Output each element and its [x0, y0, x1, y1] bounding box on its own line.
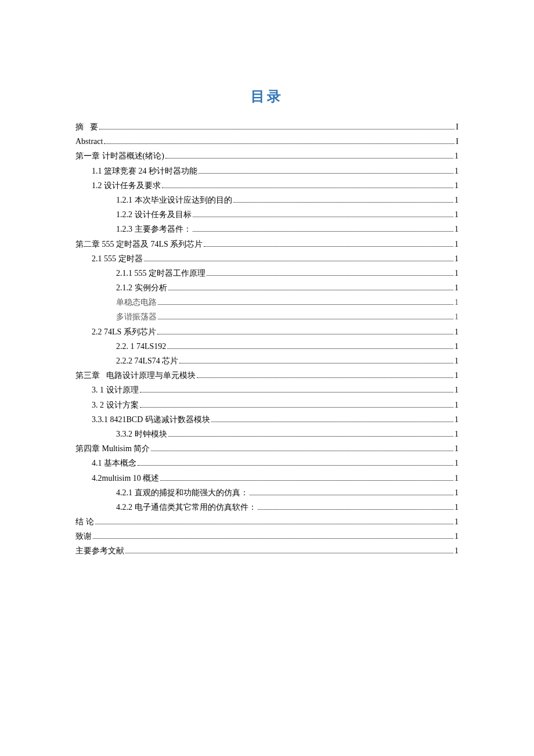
- toc-entry-label: 致谢: [75, 529, 92, 543]
- toc-entry-page: 1: [454, 178, 459, 193]
- toc-leader-dots: [258, 506, 454, 510]
- toc-entry: 1.2.2 设计任务及目标1: [75, 207, 459, 222]
- toc-entry: 1.2.3 主要参考器件：1: [75, 222, 459, 236]
- toc-entry: 4.2.1 直观的捕捉和功能强大的仿真：1: [75, 485, 459, 500]
- toc-entry-label: 结 论: [75, 514, 94, 529]
- toc-entry-page: 1: [454, 295, 459, 309]
- toc-entry-page: 1: [454, 543, 459, 558]
- toc-entry-label: 1.2.2 设计任务及目标: [116, 207, 192, 222]
- toc-entry-label: 4.2.2 电子通信类其它常用的仿真软件：: [116, 500, 257, 514]
- toc-entry-label: 3. 2 设计方案: [92, 398, 139, 412]
- toc-entry-label: 2.1 555 定时器: [92, 251, 143, 266]
- toc-leader-dots: [168, 433, 454, 437]
- toc-leader-dots: [151, 447, 453, 451]
- toc-leader-dots: [211, 417, 453, 422]
- toc-entry: 2.1.1 555 定时器工作原理1: [75, 266, 459, 280]
- toc-title: 目录: [75, 87, 459, 106]
- toc-leader-dots: [99, 125, 455, 129]
- toc-leader-dots: [233, 199, 454, 203]
- toc-entry-page: 1: [454, 149, 459, 163]
- toc-entry: 3. 1 设计原理1: [75, 383, 459, 397]
- toc-entry-page: 1: [454, 427, 459, 441]
- toc-leader-dots: [158, 315, 453, 319]
- toc-leader-dots: [204, 242, 453, 246]
- toc-entry-label: 第三章 电路设计原理与单元模块: [75, 368, 196, 383]
- toc-entry: 致谢1: [75, 529, 459, 543]
- toc-entry: 第四章 Multisim 简介1: [75, 441, 459, 456]
- toc-leader-dots: [207, 272, 453, 276]
- toc-leader-dots: [158, 301, 453, 305]
- toc-entry-label: 4.2.1 直观的捕捉和功能强大的仿真：: [116, 485, 248, 500]
- toc-entry-page: 1: [454, 398, 459, 412]
- toc-entry-page: 1: [454, 251, 459, 266]
- toc-leader-dots: [140, 388, 454, 393]
- toc-entry-label: 单稳态电路: [116, 295, 157, 309]
- toc-entry-label: 3.3.2 时钟模块: [116, 427, 167, 441]
- toc-entry-label: 4.1 基本概念: [92, 456, 136, 470]
- toc-entry: 3.3.2 时钟模块1: [75, 427, 459, 441]
- toc-entry: 多谐振荡器1: [75, 309, 459, 324]
- toc-entry-label: 多谐振荡器: [116, 309, 157, 324]
- toc-leader-dots: [140, 403, 454, 407]
- toc-entry-label: 3.3.1 8421BCD 码递减计数器模块: [92, 412, 210, 427]
- toc-leader-dots: [165, 154, 453, 159]
- toc-entry-page: 1: [454, 164, 459, 178]
- toc-entry: 1.2.1 本次毕业设计应达到的目的1: [75, 193, 459, 207]
- toc-entry-label: 2.1.2 实例分析: [116, 280, 167, 295]
- toc-leader-dots: [162, 183, 453, 188]
- toc-entry-page: 1: [454, 193, 459, 207]
- toc-entry: 1.1 篮球竞赛 24 秒计时器功能1: [75, 164, 459, 178]
- toc-leader-dots: [160, 476, 453, 480]
- toc-entry: 2.2 74LS 系列芯片1: [75, 325, 459, 339]
- toc-entry-page: 1: [454, 471, 459, 485]
- toc-leader-dots: [95, 520, 454, 524]
- toc-list: 摘 要IAbstractI第一章 计时器概述(绪论)11.1 篮球竞赛 24 秒…: [75, 120, 459, 559]
- toc-leader-dots: [250, 491, 454, 495]
- toc-entry-label: 第一章 计时器概述(绪论): [75, 149, 164, 163]
- toc-leader-dots: [193, 213, 454, 217]
- toc-entry: 摘 要I: [75, 120, 459, 134]
- toc-entry-page: 1: [454, 456, 459, 470]
- toc-leader-dots: [179, 359, 453, 363]
- toc-entry-page: I: [456, 134, 459, 149]
- toc-leader-dots: [197, 374, 454, 378]
- toc-leader-dots: [193, 228, 454, 232]
- toc-leader-dots: [199, 169, 453, 173]
- toc-entry-label: 2.1.1 555 定时器工作原理: [116, 266, 205, 280]
- toc-entry-page: 1: [454, 237, 459, 251]
- toc-entry-page: 1: [454, 441, 459, 456]
- toc-entry-label: 4.2multisim 10 概述: [92, 471, 159, 485]
- toc-entry-label: 3. 1 设计原理: [92, 383, 139, 397]
- toc-entry-page: 1: [454, 266, 459, 280]
- toc-leader-dots: [125, 549, 453, 553]
- toc-entry-page: I: [456, 120, 459, 134]
- toc-entry-label: 第二章 555 定时器及 74LS 系列芯片: [75, 237, 203, 251]
- toc-leader-dots: [167, 345, 453, 349]
- toc-entry-page: 1: [454, 354, 459, 368]
- toc-entry-label: 第四章 Multisim 简介: [75, 441, 150, 456]
- toc-entry-page: 1: [454, 222, 459, 236]
- toc-entry-label: 摘 要: [75, 120, 98, 134]
- toc-entry: AbstractI: [75, 134, 459, 149]
- toc-leader-dots: [168, 286, 454, 290]
- toc-entry: 3.3.1 8421BCD 码递减计数器模块1: [75, 412, 459, 427]
- toc-entry-label: Abstract: [75, 134, 103, 149]
- toc-entry: 2.1.2 实例分析1: [75, 280, 459, 295]
- toc-entry-page: 1: [454, 514, 459, 529]
- toc-entry-page: 1: [454, 280, 459, 295]
- toc-entry-page: 1: [454, 500, 459, 514]
- toc-entry-page: 1: [454, 412, 459, 427]
- toc-entry: 主要参考文献1: [75, 543, 459, 558]
- toc-entry-page: 1: [454, 529, 459, 543]
- toc-entry-label: 主要参考文献: [75, 543, 124, 558]
- toc-entry-label: 2.2. 1 74LS192: [116, 339, 166, 354]
- toc-entry: 4.2.2 电子通信类其它常用的仿真软件：1: [75, 500, 459, 514]
- toc-leader-dots: [93, 535, 453, 539]
- toc-entry: 2.2. 1 74LS1921: [75, 339, 459, 354]
- toc-entry: 2.2.2 74LS74 芯片1: [75, 354, 459, 368]
- toc-entry: 2.1 555 定时器1: [75, 251, 459, 266]
- toc-leader-dots: [104, 140, 454, 144]
- toc-leader-dots: [157, 330, 453, 334]
- toc-entry: 第三章 电路设计原理与单元模块1: [75, 368, 459, 383]
- toc-leader-dots: [144, 257, 454, 261]
